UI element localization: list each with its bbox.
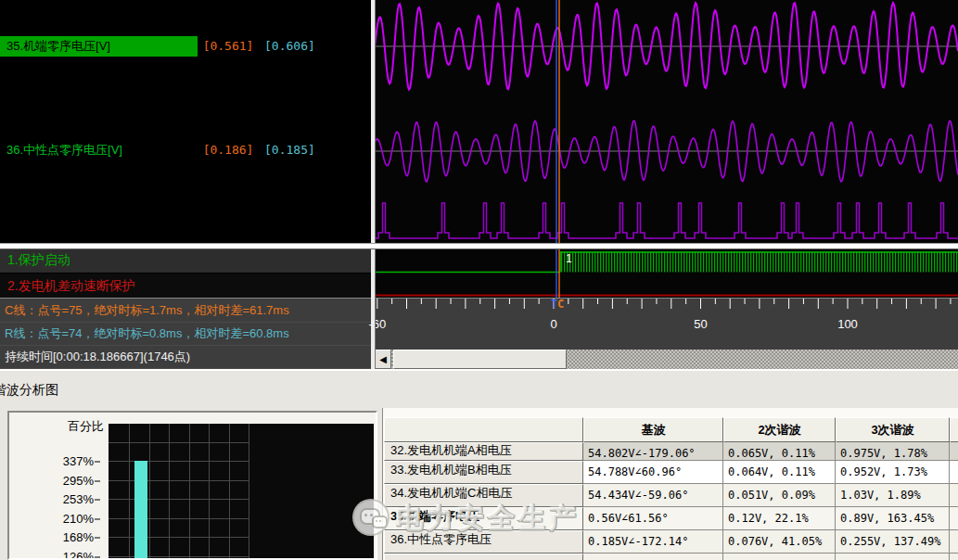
chart-y-tick-label: 337% bbox=[63, 454, 100, 468]
table-cell[interactable]: 54.788V∠60.96° bbox=[583, 461, 723, 484]
table-cell[interactable]: 0.975V, 1.78% bbox=[836, 442, 950, 461]
table-cell[interactable]: 54.434V∠-59.06° bbox=[583, 484, 723, 507]
chart-y-tick-label: 168% bbox=[63, 530, 100, 544]
table-row-label[interactable]: 32.发电机机端A相电压 bbox=[384, 442, 583, 461]
table-cell[interactable]: 0.12V, 22.1% bbox=[723, 507, 836, 530]
wechat-icon bbox=[352, 499, 390, 536]
v-gridline bbox=[209, 424, 210, 560]
channel-35-r-cursor-value: [0.606] bbox=[264, 36, 315, 57]
table-row-label-partial bbox=[384, 554, 583, 560]
waveform-section: 35.机端零序电压[V] [0.561] [0.606] 36.中性点零序电压[… bbox=[0, 0, 958, 375]
channel-35-c-cursor-value: [0.561] bbox=[203, 36, 254, 57]
table-cell-partial bbox=[950, 554, 958, 560]
table-cell-partial bbox=[723, 554, 836, 560]
table-cell[interactable]: 0.255V, 137.49% bbox=[836, 530, 950, 554]
table-cell[interactable]: 0.89V, 163.45% bbox=[836, 507, 950, 530]
time-axis-ticks bbox=[375, 299, 958, 350]
channel-36-label[interactable]: 36.中性点零序电压[V] bbox=[0, 140, 198, 160]
table-cell[interactable]: 0.051V, 0.09% bbox=[723, 484, 836, 507]
table-corner-cell bbox=[384, 417, 583, 442]
cursor-info-panel: C线：点号=75，绝对时标=1.7ms，相对时差=61.7ms R线：点号=74… bbox=[0, 298, 371, 370]
time-tick-label: 0 bbox=[550, 317, 556, 331]
scroll-left-button[interactable]: ◀ bbox=[375, 350, 391, 369]
harmonic-analysis-section: 谐波分析图 百分比 337%295%253%210%168%126% 基波2次谐… bbox=[0, 375, 958, 560]
time-axis-ruler[interactable]: -60050100TC bbox=[375, 298, 958, 350]
time-tick-label: 50 bbox=[694, 317, 707, 331]
table-header-3[interactable]: 3次谐波 bbox=[836, 417, 950, 442]
table-cell-clipped bbox=[950, 461, 958, 484]
table-cell[interactable]: 0.56V∠61.56° bbox=[583, 507, 723, 530]
table-cell[interactable]: 0.065V, 0.11% bbox=[723, 442, 836, 461]
chart-y-tick-label: 253% bbox=[63, 492, 100, 506]
v-gridline bbox=[249, 424, 249, 560]
table-cell-clipped bbox=[950, 484, 958, 507]
table-cell-partial bbox=[583, 554, 723, 560]
analog-waveform-plot[interactable] bbox=[375, 0, 958, 243]
table-cell[interactable]: 0.185V∠-172.14° bbox=[583, 530, 723, 554]
v-gridline bbox=[229, 424, 230, 560]
harmonic-section-title: 谐波分析图 bbox=[0, 382, 58, 399]
table-header-clipped bbox=[950, 417, 958, 442]
c-cursor-info: C线：点号=75，绝对时标=1.7ms，相对时差=61.7ms bbox=[0, 299, 376, 323]
horizontal-scrollbar[interactable]: ◀ bbox=[375, 350, 958, 369]
waveform-canvas bbox=[375, 0, 958, 243]
table-cell-clipped bbox=[950, 442, 958, 461]
digital-channel-1-label: 1.保护启动 bbox=[0, 252, 70, 267]
table-cell[interactable]: 0.952V, 1.73% bbox=[836, 461, 950, 484]
horizontal-splitter[interactable] bbox=[0, 243, 958, 249]
table-cell-clipped bbox=[950, 507, 958, 530]
digital-trace-canvas: 1 bbox=[375, 248, 958, 298]
channel-row-35[interactable]: 35.机端零序电压[V] [0.561] [0.606] bbox=[0, 36, 371, 57]
table-cell[interactable]: 0.064V, 0.11% bbox=[723, 461, 836, 484]
scrollbar-thumb[interactable] bbox=[393, 350, 567, 369]
channel-row-36[interactable]: 36.中性点零序电压[V] [0.186] [0.185] bbox=[0, 140, 371, 160]
watermark-text: 电力安全生产 bbox=[396, 501, 580, 538]
v-gridline bbox=[129, 424, 130, 560]
chart-y-tick-label: 210% bbox=[63, 511, 100, 525]
table-cell-clipped bbox=[950, 530, 958, 554]
digital-trace-plot[interactable]: 1 bbox=[375, 248, 958, 298]
channel-35-label[interactable]: 35.机端零序电压[V] bbox=[0, 36, 198, 57]
chart-y-tick-label: 126% bbox=[63, 549, 100, 560]
v-gridline bbox=[189, 424, 190, 560]
v-gridline bbox=[169, 424, 170, 560]
time-tick-label: 100 bbox=[837, 317, 858, 331]
analog-channel-list: 35.机端零序电压[V] [0.561] [0.606] 36.中性点零序电压[… bbox=[0, 0, 371, 243]
table-header-1[interactable]: 基波 bbox=[583, 417, 723, 442]
harmonic-bar bbox=[134, 461, 147, 560]
table-cell[interactable]: 54.802V∠-179.06° bbox=[583, 442, 723, 461]
v-gridline bbox=[149, 424, 150, 560]
digital-1-event-label: 1 bbox=[566, 252, 572, 265]
table-header-2[interactable]: 2次谐波 bbox=[723, 417, 836, 442]
channel-36-c-cursor-value: [0.186] bbox=[203, 140, 254, 160]
digital-1-high-state bbox=[560, 252, 958, 273]
table-cell[interactable]: 1.03V, 1.89% bbox=[836, 484, 950, 507]
chart-y-tick-label: 295% bbox=[63, 473, 100, 487]
chart-y-axis-label: 百分比 bbox=[68, 418, 104, 435]
vertical-splitter[interactable] bbox=[371, 0, 376, 369]
channel-36-r-cursor-value: [0.185] bbox=[264, 140, 315, 160]
duration-info: 持续时间[0:00:18.186667](1746点) bbox=[0, 345, 376, 369]
chart-plot-area[interactable] bbox=[109, 424, 374, 560]
digital-channel-row-2[interactable]: 2.发电机差动速断保护 bbox=[0, 273, 371, 299]
r-cursor-info: R线：点号=74，绝对时标=0.8ms，相对时差=60.8ms bbox=[0, 322, 376, 346]
table-cell-partial bbox=[836, 554, 950, 560]
waveform-pulse-trace bbox=[375, 203, 958, 238]
digital-channel-2-label: 2.发电机差动速断保护 bbox=[0, 278, 135, 293]
table-cell[interactable]: 0.076V, 41.05% bbox=[723, 530, 836, 554]
c-cursor-marker[interactable]: C bbox=[557, 298, 564, 311]
digital-channel-row-1[interactable]: 1.保护启动 bbox=[0, 248, 371, 273]
harmonic-bar-chart-panel: 百分比 337%295%253%210%168%126% bbox=[7, 411, 377, 560]
table-row-label[interactable]: 33.发电机机端B相电压 bbox=[384, 461, 583, 484]
